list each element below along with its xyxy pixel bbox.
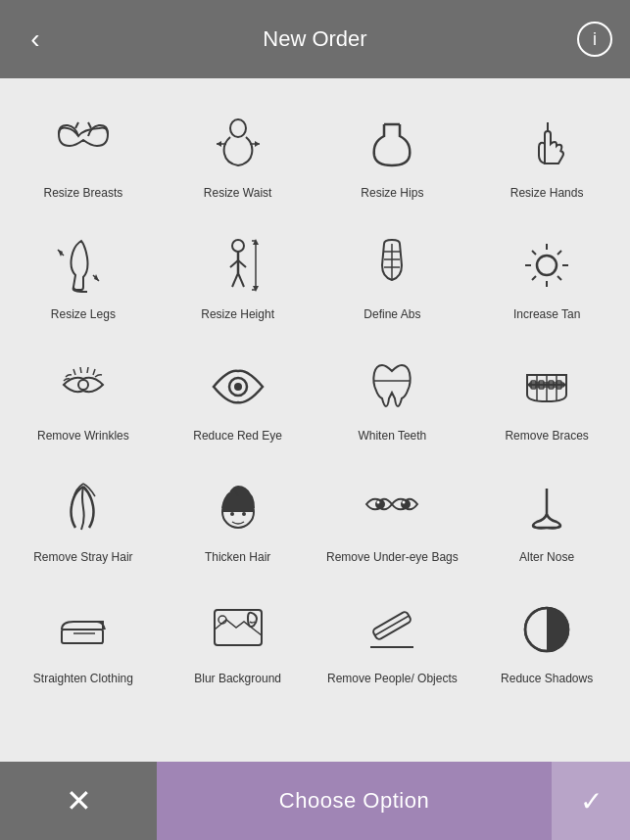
resize-legs-label: Resize Legs [51, 307, 116, 323]
resize-hips-label: Resize Hips [361, 186, 423, 202]
svg-point-56 [242, 512, 246, 516]
whiten-teeth-item[interactable]: Whiten Teeth [317, 337, 468, 454]
define-abs-item[interactable]: Define Abs [317, 215, 468, 333]
whiten-teeth-icon [358, 352, 426, 421]
blur-background-label: Blur Background [194, 672, 281, 687]
svg-line-0 [75, 122, 78, 128]
thicken-hair-item[interactable]: Thicken Hair [163, 458, 314, 576]
remove-wrinkles-icon [49, 352, 118, 421]
resize-height-item[interactable]: Resize Height [163, 215, 314, 333]
svg-point-58 [377, 501, 380, 504]
svg-marker-10 [58, 250, 63, 257]
svg-line-17 [232, 273, 238, 287]
svg-marker-6 [255, 141, 260, 147]
main-content: Resize Breasts Resize Waist [0, 78, 630, 762]
increase-tan-label: Increase Tan [513, 307, 581, 323]
resize-breasts-item[interactable]: Resize Breasts [8, 94, 159, 211]
resize-waist-item[interactable]: Resize Waist [163, 94, 314, 211]
reduce-shadows-icon [512, 595, 581, 664]
alter-nose-item[interactable]: Alter Nose [471, 458, 622, 576]
resize-legs-icon [49, 231, 118, 300]
svg-marker-22 [253, 239, 259, 245]
thicken-hair-icon [204, 474, 272, 542]
svg-line-33 [532, 251, 536, 255]
blur-background-icon [204, 595, 272, 664]
increase-tan-item[interactable]: Increase Tan [471, 215, 622, 333]
reduce-red-eye-label: Reduce Red Eye [193, 429, 282, 444]
svg-marker-23 [253, 286, 259, 292]
reduce-red-eye-item[interactable]: Reduce Red Eye [163, 337, 314, 454]
svg-line-1 [88, 122, 91, 128]
remove-people-objects-item[interactable]: Remove People/ Objects [317, 580, 468, 697]
remove-wrinkles-label: Remove Wrinkles [37, 429, 129, 444]
resize-breasts-label: Resize Breasts [44, 186, 123, 202]
confirm-button[interactable]: ✓ [552, 762, 630, 840]
svg-point-28 [537, 256, 557, 275]
remove-stray-hair-icon [49, 474, 118, 542]
app-header: ‹ New Order i [0, 0, 630, 78]
blur-background-item[interactable]: Blur Background [163, 580, 314, 697]
svg-line-34 [557, 276, 561, 280]
resize-hips-item[interactable]: Resize Hips [317, 94, 468, 211]
remove-braces-item[interactable]: Remove Braces [471, 337, 622, 454]
svg-line-18 [238, 273, 244, 287]
info-button[interactable]: i [577, 22, 612, 57]
straighten-clothing-label: Straighten Clothing [33, 672, 133, 687]
choose-option-button[interactable]: Choose Option [157, 762, 552, 840]
back-button[interactable]: ‹ [18, 23, 53, 55]
svg-line-38 [73, 369, 75, 375]
svg-line-36 [532, 276, 536, 280]
svg-point-59 [401, 499, 411, 509]
cancel-button[interactable]: ✕ [0, 762, 157, 840]
resize-waist-label: Resize Waist [204, 186, 272, 202]
remove-undereye-bags-item[interactable]: Remove Under-eye Bags [317, 458, 468, 576]
svg-line-40 [87, 367, 88, 373]
remove-undereye-bags-icon [358, 474, 426, 542]
reduce-shadows-label: Reduce Shadows [501, 672, 593, 687]
resize-hips-icon [358, 110, 426, 178]
svg-marker-4 [217, 141, 221, 147]
remove-wrinkles-item[interactable]: Remove Wrinkles [8, 337, 159, 454]
svg-point-60 [403, 501, 406, 504]
reduce-shadows-item[interactable]: Reduce Shadows [471, 580, 622, 697]
remove-stray-hair-label: Remove Stray Hair [33, 550, 132, 566]
resize-waist-icon [204, 110, 272, 178]
increase-tan-icon [512, 231, 581, 300]
svg-line-35 [557, 251, 561, 255]
thicken-hair-label: Thicken Hair [205, 550, 270, 566]
footer-bar: ✕ Choose Option ✓ [0, 762, 630, 840]
straighten-clothing-item[interactable]: Straighten Clothing [8, 580, 159, 697]
svg-marker-12 [94, 274, 99, 281]
svg-point-2 [230, 119, 246, 137]
resize-legs-item[interactable]: Resize Legs [8, 215, 159, 333]
resize-height-label: Resize Height [201, 307, 274, 323]
alter-nose-icon [512, 474, 581, 542]
straighten-clothing-icon [49, 595, 118, 664]
remove-people-objects-icon [358, 595, 426, 664]
svg-point-37 [78, 380, 88, 390]
resize-hands-label: Resize Hands [510, 186, 584, 202]
remove-stray-hair-item[interactable]: Remove Stray Hair [8, 458, 159, 576]
alter-nose-label: Alter Nose [519, 550, 574, 566]
svg-line-41 [93, 369, 95, 375]
resize-height-icon [204, 231, 272, 300]
resize-hands-item[interactable]: Resize Hands [471, 94, 622, 211]
svg-point-57 [375, 499, 385, 509]
svg-point-13 [232, 240, 244, 252]
svg-line-39 [80, 367, 81, 373]
remove-braces-icon [512, 352, 581, 421]
define-abs-icon [358, 231, 426, 300]
remove-braces-label: Remove Braces [505, 429, 588, 444]
whiten-teeth-label: Whiten Teeth [358, 429, 426, 444]
remove-people-objects-label: Remove People/ Objects [327, 672, 458, 687]
resize-breasts-icon [49, 110, 118, 178]
remove-undereye-bags-label: Remove Under-eye Bags [326, 550, 459, 566]
svg-rect-61 [62, 630, 103, 643]
reduce-red-eye-icon [204, 352, 272, 421]
options-grid: Resize Breasts Resize Waist [8, 94, 622, 697]
svg-point-55 [230, 512, 234, 516]
page-title: New Order [263, 26, 366, 52]
define-abs-label: Define Abs [363, 307, 420, 323]
resize-hands-icon [512, 110, 581, 178]
svg-point-43 [234, 383, 242, 391]
